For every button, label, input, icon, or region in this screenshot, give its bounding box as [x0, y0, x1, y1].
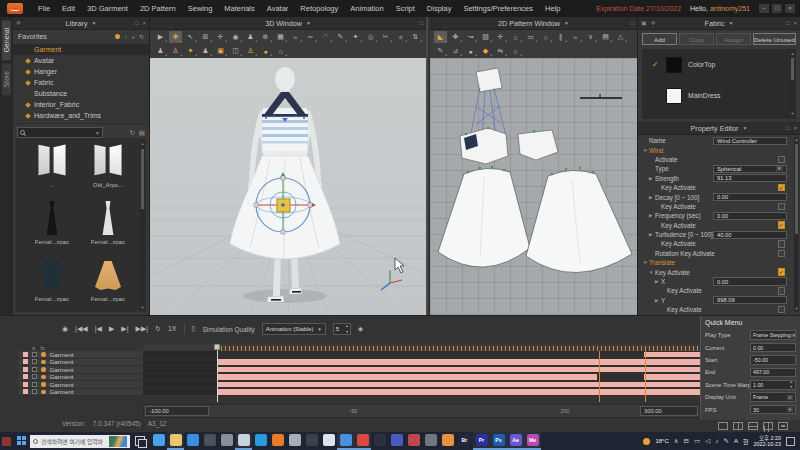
3d-tool-icon[interactable]: ✛ [214, 31, 227, 43]
menu-item[interactable]: Avatar [261, 4, 295, 13]
track-checkbox[interactable] [32, 367, 37, 372]
property-checkbox[interactable]: ✓ [778, 184, 786, 192]
display-mode-icon[interactable]: ▯ [192, 325, 196, 333]
import-icon[interactable]: ↑ [124, 34, 127, 40]
3d-display-toggle-icon[interactable]: ◫ [229, 45, 242, 57]
track-label[interactable]: Garment [18, 359, 143, 366]
library-tree-item[interactable]: Interior_Fabric [13, 99, 149, 110]
animation-clip-bar[interactable] [217, 374, 597, 380]
taskbar-app[interactable] [252, 432, 269, 450]
2d-tool-icon[interactable]: ≈ [569, 31, 582, 43]
dock-icon[interactable]: ▣ [641, 20, 647, 27]
quick-menu-input[interactable]: 0.00 [750, 343, 796, 353]
dock-tab[interactable]: General [2, 20, 11, 60]
taskbar-app[interactable] [422, 432, 439, 450]
track-record-dot[interactable] [41, 352, 46, 357]
2d-tool-icon[interactable]: △ [614, 31, 627, 43]
menu-item[interactable]: 2D Pattern [134, 4, 182, 13]
tray-icon[interactable]: ♪ [715, 437, 718, 445]
track-label[interactable]: Garment [18, 381, 143, 388]
tray-icon[interactable]: ⊟ [684, 437, 689, 445]
keyframe-settings-icon[interactable]: ◈ [358, 325, 363, 333]
float-panel-icon[interactable]: □ [786, 125, 790, 132]
layout-split-2-icon[interactable] [733, 422, 743, 430]
2d-display-toggle-icon[interactable]: ⊿ [449, 45, 462, 57]
close-panel-icon[interactable]: × [142, 20, 146, 27]
2d-display-toggle-icon[interactable]: ⌂ [509, 45, 522, 57]
transport-button[interactable]: |◀ [95, 325, 102, 333]
menu-item[interactable]: File [32, 4, 56, 13]
fabric-item[interactable]: ✓ ColorTop [642, 49, 796, 80]
track-lane[interactable] [143, 366, 700, 373]
fabric-swatch[interactable] [666, 57, 682, 73]
range-end-input[interactable]: 300.00 [640, 406, 698, 416]
fabric-scrollbar[interactable]: ▲ ▼ [790, 51, 795, 117]
animation-clip-bar[interactable] [644, 374, 700, 380]
menu-item[interactable]: Help [539, 4, 566, 13]
2d-display-toggle-icon[interactable]: ● [464, 45, 477, 57]
3d-display-toggle-icon[interactable]: ● [259, 45, 272, 57]
chevron-down-icon[interactable]: ▼ [742, 125, 747, 131]
track-checkbox[interactable] [32, 374, 37, 379]
menu-item[interactable]: Display [421, 4, 458, 13]
expand-panel-icon[interactable]: □ [630, 20, 634, 27]
track-label[interactable]: Garment [18, 366, 143, 373]
quick-menu-dropdown[interactable]: Frame▼ [750, 392, 796, 402]
track-label[interactable]: Garment [18, 351, 143, 358]
taskbar-app[interactable]: Me [524, 432, 541, 450]
refresh-icon[interactable]: ↻ [129, 129, 134, 137]
scroll-up-icon[interactable]: ▲ [794, 137, 799, 143]
scroll-down-icon[interactable]: ▼ [794, 306, 799, 312]
2d-tool-icon[interactable]: ▤ [599, 31, 612, 43]
property-value-input[interactable]: 0.00 [713, 193, 787, 201]
fabric-action-button[interactable]: Delete Unused [753, 33, 796, 45]
taskbar-app[interactable] [439, 432, 456, 450]
3d-window-header[interactable]: 3D Window ▼ □ [150, 17, 426, 30]
library-tree-item[interactable]: Hanger [13, 66, 149, 77]
taskbar-app[interactable] [303, 432, 320, 450]
3d-tool-icon[interactable]: ♟ [244, 31, 257, 43]
stepper-arrows-icon[interactable]: ▲▼ [790, 380, 793, 389]
library-tree-item[interactable]: Garment [13, 44, 149, 55]
chevron-down-icon[interactable]: ▼ [564, 20, 569, 26]
animation-clip-bar[interactable] [217, 382, 700, 388]
range-start-input[interactable]: -100.00 [145, 406, 209, 416]
quick-menu-input[interactable]: -50.00 [750, 355, 796, 365]
float-panel-icon[interactable]: □ [135, 20, 139, 27]
property-value-input[interactable]: Wind Controller [713, 137, 787, 145]
3d-tool-icon[interactable]: ⊞ [199, 31, 212, 43]
transport-button[interactable]: ↻ [155, 325, 161, 333]
3d-display-toggle-icon[interactable]: ⌂ [274, 45, 287, 57]
fabric-action-button[interactable]: Add [642, 33, 677, 45]
simulation-count-stepper[interactable]: 5 ▲▼ [333, 323, 351, 335]
menu-item[interactable]: Materials [218, 4, 260, 13]
scroll-down-icon[interactable]: ▼ [140, 305, 145, 311]
track-record-dot[interactable] [41, 390, 46, 395]
quick-menu-input[interactable]: 497.00 [750, 368, 796, 378]
property-checkbox[interactable] [778, 240, 786, 248]
property-checkbox[interactable] [778, 287, 786, 295]
fabric-check-icon[interactable]: ✓ [650, 60, 660, 69]
library-tree-item[interactable]: Substance [13, 88, 149, 99]
library-header[interactable]: ✛ Library ▼ □ × [13, 17, 149, 30]
show-hidden-icons[interactable]: ∧ [674, 437, 679, 445]
library-item[interactable]: Femal...zpac [24, 256, 80, 313]
minimize-button[interactable]: − [759, 4, 769, 13]
tray-icon[interactable]: ◁ [705, 437, 710, 445]
taskbar-app[interactable] [150, 432, 167, 450]
track-lane[interactable] [143, 381, 700, 388]
notification-center-icon[interactable] [786, 437, 795, 446]
language-a-indicator[interactable]: A [734, 438, 738, 444]
track-record-dot[interactable] [41, 360, 46, 365]
track-lane[interactable] [143, 359, 700, 366]
pattern-pieces[interactable] [438, 68, 632, 273]
3d-display-toggle-icon[interactable]: ♙ [244, 45, 257, 57]
chevron-down-icon[interactable]: ▼ [95, 130, 100, 136]
3d-tool-icon[interactable]: ✎ [334, 31, 347, 43]
animation-clip-bar[interactable] [217, 359, 700, 365]
taskbar-app[interactable] [371, 432, 388, 450]
3d-tool-icon[interactable]: ⊕ [259, 31, 272, 43]
2d-tool-icon[interactable]: ▨ [479, 31, 492, 43]
weather-icon[interactable] [643, 438, 650, 445]
property-checkbox[interactable] [778, 156, 786, 164]
